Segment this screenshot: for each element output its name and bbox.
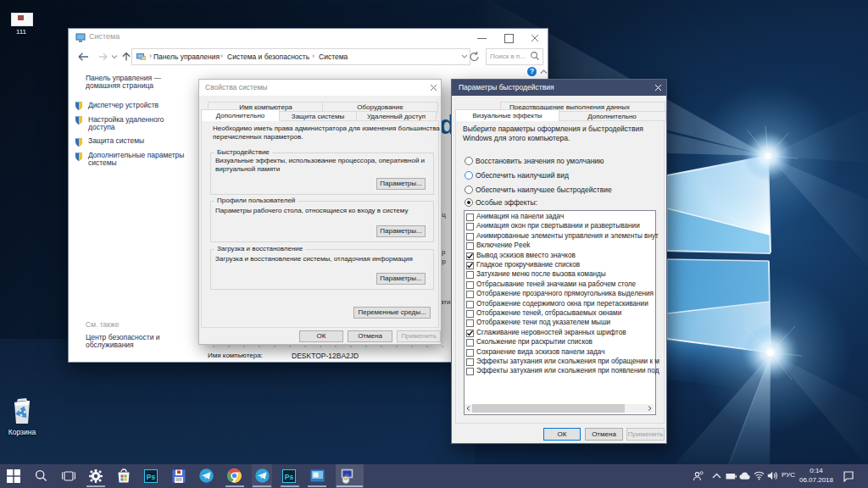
svg-text:Ps: Ps — [285, 473, 294, 481]
svg-text:Ps: Ps — [147, 473, 156, 481]
